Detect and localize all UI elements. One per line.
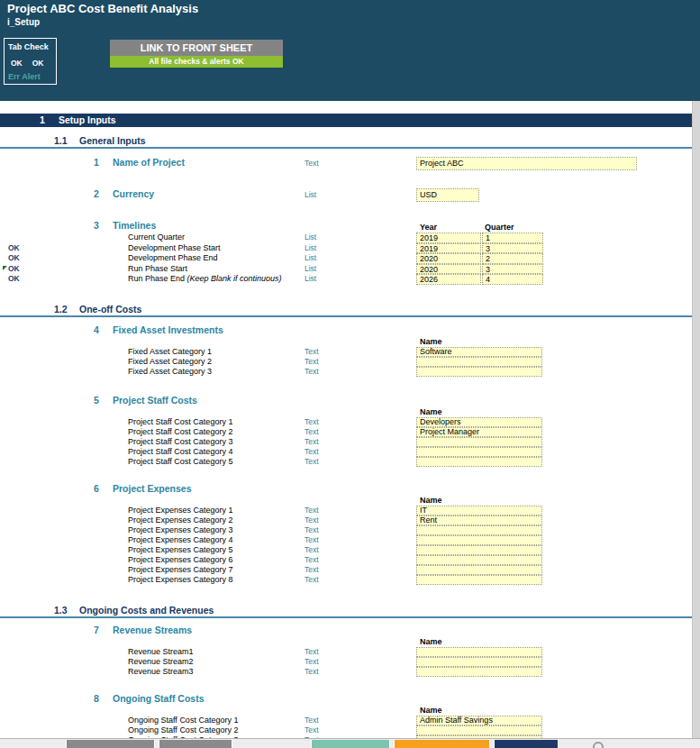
field-project-staff-cost-category-5[interactable] [416,457,542,467]
field-currency[interactable]: USD [416,188,479,202]
type-label: Text [305,447,319,457]
item-currency: 2CurrencyListUSD [0,188,692,203]
field-ongoing-staff-cost-category-2[interactable] [416,725,542,735]
field-project-expenses-category-4[interactable] [416,535,542,545]
field-project-expenses-category-7[interactable] [416,565,542,575]
category-row-revenue-stream1: Revenue Stream1Text [0,647,692,657]
item-name-of-project: 1Name of ProjectTextProject ABC [0,157,692,171]
field-revenue-stream1[interactable] [416,647,542,657]
row-label: Revenue Stream2 [128,657,194,667]
field-fixed-asset-category-2[interactable] [416,357,542,367]
item-revenue-streams: 7Revenue StreamsNameRevenue Stream1TextR… [0,625,692,678]
subsection-number: 1.3 [54,605,68,616]
field-project-expenses-category-2[interactable]: Rent [416,515,542,525]
row-label: Project Expenses Category 8 [128,575,233,585]
vertical-scrollbar[interactable] [692,101,700,739]
add-sheet-button[interactable] [593,742,604,748]
row-label: Project Staff Cost Category 2 [128,427,232,437]
field-project-expenses-category-5[interactable] [416,545,542,555]
category-row-fixed-asset-category-2: Fixed Asset Category 2Text [0,357,692,367]
category-row-project-expenses-category-4: Project Expenses Category 4Text [0,535,692,545]
field-run-phase-start-quarter[interactable]: 3 [482,264,543,275]
field-project-staff-cost-category-1[interactable]: Developers [416,417,542,427]
type-label: List [305,253,316,263]
type-label: Text [305,515,319,525]
row-label: Ongoing Staff Cost Category 2 [128,725,238,735]
timeline-row-run-phase-end: OKRun Phase End (Keep Blank if continuou… [0,274,692,285]
type-label: Text [305,716,319,725]
field-run-phase-end-year[interactable]: 2026 [416,274,481,285]
field-development-phase-end-year[interactable]: 2020 [416,253,481,264]
field-run-phase-start-year[interactable]: 2020 [416,264,481,275]
category-row-revenue-stream3: Revenue Stream3Text [0,667,692,677]
sheet-tab-4[interactable] [394,740,490,748]
sheet-tab-5[interactable] [494,740,559,748]
type-label: Text [305,725,319,735]
file-checks-status-bar: All file checks & alerts OK [110,56,283,68]
field-project-staff-cost-category-2[interactable]: Project Manager [416,427,542,437]
field-project-expenses-category-3[interactable] [416,525,542,535]
type-label: Text [305,575,319,585]
item-title: Revenue Streams [113,625,192,635]
field-ongoing-staff-cost-category-1[interactable]: Admin Staff Savings [416,716,542,725]
category-row-project-expenses-category-2: Project Expenses Category 2TextRent [0,515,692,525]
type-label: Text [305,427,319,437]
field-development-phase-start-year[interactable]: 2019 [416,243,481,254]
type-label: Text [305,437,319,447]
name-column-header: Name [420,407,442,416]
type-label: Text [305,667,319,677]
field-run-phase-end-quarter[interactable]: 4 [482,274,543,285]
field-fixed-asset-category-1[interactable]: Software [416,347,542,357]
item-number: 4 [94,324,99,335]
field-project-expenses-category-8[interactable] [416,575,542,585]
field-current-quarter-quarter[interactable]: 1 [482,233,543,243]
category-row-project-staff-cost-category-1: Project Staff Cost Category 1TextDevelop… [0,417,692,427]
row-label: Project Staff Cost Category 1 [128,417,232,427]
row-label: Project Expenses Category 2 [128,515,233,525]
type-label: Text [305,535,319,545]
item-title: Ongoing Staff Costs [113,693,205,704]
field-development-phase-start-quarter[interactable]: 3 [482,243,543,254]
field-project-expenses-category-1[interactable]: IT [416,506,542,515]
field-project-expenses-category-6[interactable] [416,555,542,565]
category-row-project-expenses-category-3: Project Expenses Category 3Text [0,525,692,535]
row-label-note: (Keep Blank if continuous) [185,274,282,283]
category-row-revenue-stream2: Revenue Stream2Text [0,657,692,667]
field-project-staff-cost-category-3[interactable] [416,437,542,447]
link-to-front-sheet-button[interactable]: LINK TO FRONT SHEET [110,40,283,56]
row-label: Current Quarter [128,233,185,242]
item-title: Currency [113,188,154,199]
sheet-name-label: i_Setup [7,17,40,27]
name-column-header: Name [420,706,442,715]
timeline-row-development-phase-start: OKDevelopment Phase StartList20193 [0,243,692,254]
check-ok-indicator: OK [8,274,20,285]
name-column-header: Name [420,496,442,505]
sheet-tab-3[interactable] [311,740,390,748]
type-label: Text [305,525,319,535]
timeline-row-development-phase-end: OKDevelopment Phase EndList20202 [0,253,692,264]
type-label: Text [305,367,319,377]
section-title: Setup Inputs [59,114,116,127]
category-row-project-expenses-category-8: Project Expenses Category 8Text [0,575,692,585]
category-row-project-staff-cost-category-3: Project Staff Cost Category 3Text [0,437,692,447]
item-number: 6 [94,483,99,494]
section-number: 1 [40,114,45,127]
row-label: Project Expenses Category 6 [128,555,233,565]
subsection-general-inputs: 1.1 General Inputs [0,133,692,149]
sheet-tab-1[interactable] [66,740,155,748]
type-label: List [305,264,316,274]
field-revenue-stream3[interactable] [416,667,542,677]
field-fixed-asset-category-3[interactable] [416,367,542,377]
field-revenue-stream2[interactable] [416,657,542,667]
row-label: Project Staff Cost Category 4 [128,447,232,457]
row-label: Fixed Asset Category 1 [128,347,212,357]
row-label: Project Expenses Category 4 [128,535,233,545]
row-label: Project Expenses Category 7 [128,565,233,575]
field-development-phase-end-quarter[interactable]: 2 [482,253,543,264]
row-label: Ongoing Staff Cost Category 1 [128,716,238,725]
type-label: Text [305,417,319,427]
sheet-tab-2[interactable] [159,740,232,748]
field-name-of-project[interactable]: Project ABC [416,157,637,170]
field-current-quarter-year[interactable]: 2019 [416,233,481,243]
field-project-staff-cost-category-4[interactable] [416,447,542,457]
